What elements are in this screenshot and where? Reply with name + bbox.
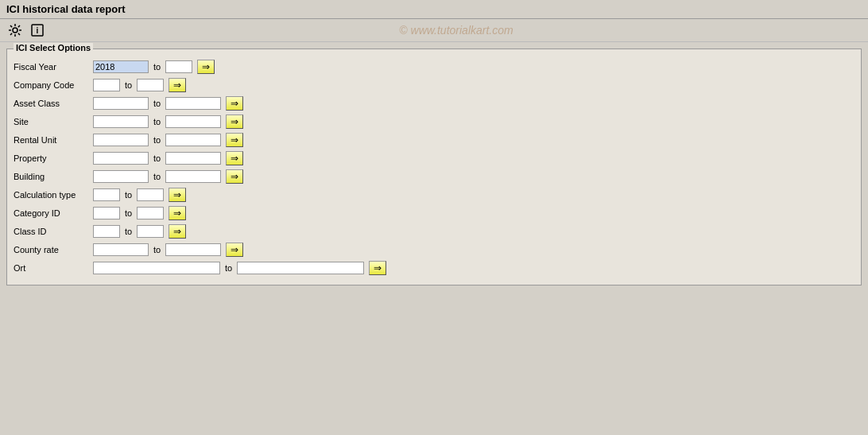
field-label-building: Building bbox=[14, 172, 93, 181]
form-row: County rateto⇒ bbox=[14, 242, 854, 258]
to-label: to bbox=[153, 99, 161, 108]
arrow-button-property[interactable]: ⇒ bbox=[226, 151, 243, 165]
arrow-button-site[interactable]: ⇒ bbox=[226, 115, 243, 129]
input-to-rental-unit[interactable] bbox=[165, 134, 221, 146]
input-from-county-rate[interactable] bbox=[93, 243, 149, 256]
arrow-button-building[interactable]: ⇒ bbox=[226, 169, 243, 184]
input-to-class-id[interactable] bbox=[137, 225, 164, 238]
field-label-site: Site bbox=[14, 117, 93, 126]
arrow-button-rental-unit[interactable]: ⇒ bbox=[226, 133, 243, 147]
form-row: Class IDto⇒ bbox=[14, 223, 854, 239]
input-to-company-code[interactable] bbox=[137, 79, 164, 91]
group-box-title: ICI Select Options bbox=[14, 43, 93, 52]
to-label: to bbox=[125, 190, 132, 200]
field-label-calculation-type: Calculation type bbox=[14, 190, 93, 200]
to-label: to bbox=[153, 135, 161, 145]
svg-line-7 bbox=[18, 25, 20, 27]
arrow-button-ort[interactable]: ⇒ bbox=[369, 261, 386, 275]
toolbar: i © www.tutorialkart.com bbox=[0, 19, 868, 42]
input-to-calculation-type[interactable] bbox=[137, 188, 164, 201]
to-label: to bbox=[125, 80, 132, 90]
form-row: Fiscal Yearto⇒ bbox=[14, 59, 854, 75]
form-row: Siteto⇒ bbox=[14, 114, 854, 130]
input-from-rental-unit[interactable] bbox=[93, 134, 149, 146]
svg-line-8 bbox=[10, 33, 12, 35]
input-to-asset-class[interactable] bbox=[165, 97, 221, 110]
field-label-county-rate: County rate bbox=[14, 245, 93, 254]
form-content: Fiscal Yearto⇒Company Codeto⇒Asset Class… bbox=[14, 59, 854, 276]
settings-icon[interactable] bbox=[6, 21, 24, 39]
input-from-category-id[interactable] bbox=[93, 207, 120, 219]
field-label-category-id: Category ID bbox=[14, 208, 93, 218]
field-label-class-id: Class ID bbox=[14, 227, 93, 236]
form-row: Propertyto⇒ bbox=[14, 150, 854, 166]
form-row: Category IDto⇒ bbox=[14, 205, 854, 221]
input-from-asset-class[interactable] bbox=[93, 97, 149, 110]
field-label-property: Property bbox=[14, 153, 93, 163]
field-label-ort: Ort bbox=[14, 263, 93, 273]
page-title: ICI historical data report bbox=[6, 3, 126, 15]
input-to-building[interactable] bbox=[165, 170, 221, 183]
arrow-button-category-id[interactable]: ⇒ bbox=[169, 206, 186, 220]
to-label: to bbox=[125, 208, 132, 218]
to-label: to bbox=[153, 172, 161, 181]
to-label: to bbox=[153, 62, 161, 72]
title-bar: ICI historical data report bbox=[0, 0, 868, 19]
input-from-fiscal-year[interactable] bbox=[93, 60, 149, 73]
main-content: ICI Select Options Fiscal Yearto⇒Company… bbox=[0, 42, 868, 292]
input-to-fiscal-year[interactable] bbox=[165, 60, 192, 73]
arrow-button-county-rate[interactable]: ⇒ bbox=[226, 243, 243, 257]
form-row: Rental Unitto⇒ bbox=[14, 132, 854, 148]
form-row: Asset Classto⇒ bbox=[14, 95, 854, 111]
input-to-county-rate[interactable] bbox=[165, 243, 221, 256]
watermark: © www.tutorialkart.com bbox=[51, 24, 862, 37]
info-icon[interactable]: i bbox=[29, 21, 46, 39]
arrow-button-class-id[interactable]: ⇒ bbox=[169, 224, 186, 239]
field-label-asset-class: Asset Class bbox=[14, 99, 93, 108]
to-label: to bbox=[125, 227, 132, 236]
input-from-class-id[interactable] bbox=[93, 225, 120, 238]
form-row: Company Codeto⇒ bbox=[14, 77, 854, 93]
arrow-button-calculation-type[interactable]: ⇒ bbox=[169, 188, 186, 202]
input-from-ort[interactable] bbox=[93, 262, 220, 274]
form-row: Ortto⇒ bbox=[14, 260, 854, 276]
arrow-button-company-code[interactable]: ⇒ bbox=[169, 78, 186, 92]
input-to-ort[interactable] bbox=[237, 262, 364, 274]
input-from-site[interactable] bbox=[93, 115, 149, 128]
input-from-calculation-type[interactable] bbox=[93, 188, 120, 201]
svg-text:i: i bbox=[37, 26, 39, 35]
input-to-property[interactable] bbox=[165, 152, 221, 165]
input-from-property[interactable] bbox=[93, 152, 149, 165]
arrow-button-asset-class[interactable]: ⇒ bbox=[226, 96, 243, 111]
input-to-site[interactable] bbox=[165, 115, 221, 128]
field-label-rental-unit: Rental Unit bbox=[14, 135, 93, 145]
to-label: to bbox=[153, 117, 161, 126]
svg-line-5 bbox=[10, 25, 12, 27]
svg-point-0 bbox=[13, 28, 17, 33]
to-label: to bbox=[225, 263, 232, 273]
field-label-fiscal-year: Fiscal Year bbox=[14, 62, 93, 72]
input-to-category-id[interactable] bbox=[137, 207, 164, 219]
input-from-building[interactable] bbox=[93, 170, 149, 183]
to-label: to bbox=[153, 153, 161, 163]
to-label: to bbox=[153, 245, 161, 254]
arrow-button-fiscal-year[interactable]: ⇒ bbox=[197, 60, 215, 74]
input-from-company-code[interactable] bbox=[93, 79, 120, 91]
svg-line-6 bbox=[18, 33, 20, 35]
group-box: ICI Select Options Fiscal Yearto⇒Company… bbox=[6, 49, 862, 285]
form-row: Buildingto⇒ bbox=[14, 169, 854, 184]
field-label-company-code: Company Code bbox=[14, 80, 93, 90]
form-row: Calculation typeto⇒ bbox=[14, 187, 854, 203]
